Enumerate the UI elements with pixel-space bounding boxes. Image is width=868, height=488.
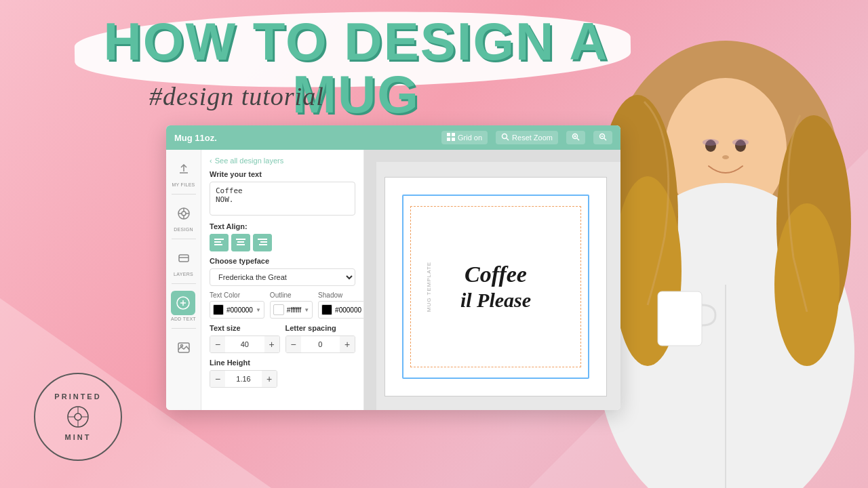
- svg-rect-16: [447, 138, 450, 141]
- design-label: DESIGN: [174, 227, 193, 232]
- text-color-swatch: [213, 304, 224, 315]
- grid-icon: [447, 133, 455, 142]
- editor-header: Mug 11oz. Grid on Reset Zoom: [166, 125, 620, 150]
- sidebar-upload-group: MY FILES: [172, 157, 196, 187]
- sidebar-text-group: ADD TEXT: [171, 291, 196, 321]
- svg-point-6: [774, 203, 840, 366]
- svg-rect-48: [260, 241, 267, 243]
- shadow-color-dropdown[interactable]: #000000 ▼: [318, 301, 364, 319]
- outline-color-dropdown[interactable]: #ffffff ▼: [270, 301, 313, 319]
- reset-zoom-button[interactable]: Reset Zoom: [496, 131, 558, 144]
- svg-rect-15: [452, 133, 455, 136]
- canvas-area[interactable]: MUG TEMPLATE Coffee il Please: [364, 150, 620, 410]
- line-height-decrease[interactable]: −: [210, 371, 225, 387]
- subtitle: #design tutorial: [149, 81, 324, 111]
- text-size-label: Text size: [210, 324, 280, 332]
- shadow-label: Shadow: [318, 291, 364, 299]
- editor-panel: Mug 11oz. Grid on Reset Zoom: [166, 125, 620, 410]
- canvas-inner[interactable]: MUG TEMPLATE Coffee il Please: [384, 177, 607, 396]
- align-left-button[interactable]: [210, 234, 229, 251]
- text-size-increase[interactable]: +: [264, 336, 279, 352]
- grid-toggle-button[interactable]: Grid on: [441, 131, 488, 144]
- svg-rect-47: [258, 239, 267, 240]
- text-size-value: 40: [225, 340, 264, 348]
- text-color-group: Text Color #000000 ▼: [210, 291, 264, 319]
- outline-color-swatch: [273, 304, 284, 315]
- align-right-button[interactable]: [253, 234, 272, 251]
- letter-spacing-stepper: − 0 +: [285, 336, 356, 353]
- typeface-select[interactable]: Fredericka the Great Arial Georgia: [210, 268, 355, 286]
- write-text-label: Write your text: [210, 170, 355, 178]
- sidebar-divider-3: [172, 283, 196, 284]
- outline-label: Outline: [270, 291, 313, 299]
- typeface-label: Choose typeface: [210, 257, 355, 265]
- upload-button[interactable]: [172, 157, 196, 181]
- align-section: Text Align:: [210, 222, 355, 251]
- text-color-value: #000000: [226, 306, 253, 314]
- grid-label: Grid on: [458, 134, 482, 142]
- sidebar-divider-2: [172, 239, 196, 239]
- image-button[interactable]: [172, 336, 196, 360]
- control-panel: ‹ See all design layers Write your text …: [201, 150, 364, 410]
- sidebar-layers-group: LAYERS: [172, 246, 196, 277]
- line-height-value: 1.16: [225, 375, 262, 383]
- letter-spacing-group: Letter spacing − 0 +: [285, 324, 356, 353]
- canvas-text-line1: Coffee: [460, 261, 531, 289]
- sidebar-icons: MY FILES DESIGN: [166, 150, 201, 410]
- add-text-button[interactable]: [171, 291, 195, 315]
- zoom-out-icon: [599, 133, 607, 142]
- align-buttons: [210, 234, 355, 251]
- zoom-out-button[interactable]: [593, 131, 612, 144]
- svg-rect-17: [452, 138, 455, 141]
- line-height-stepper: − 1.16 +: [210, 370, 277, 388]
- outline-color-value: #ffffff: [287, 306, 301, 314]
- product-title: Mug 11oz.: [174, 133, 433, 143]
- editor-body: MY FILES DESIGN: [166, 150, 620, 410]
- layers-button[interactable]: [172, 246, 196, 270]
- letter-spacing-increase[interactable]: +: [340, 336, 355, 352]
- logo-circle: PRINTED MINT: [34, 373, 122, 461]
- zoom-in-icon: [572, 133, 580, 142]
- upload-label: MY FILES: [172, 182, 195, 187]
- text-color-arrow: ▼: [256, 307, 261, 313]
- mug-design-area: MUG TEMPLATE Coffee il Please: [402, 195, 589, 379]
- reset-zoom-label: Reset Zoom: [512, 134, 553, 142]
- ruler-top: [364, 150, 620, 162]
- logo-bottom-text: MINT: [65, 433, 92, 441]
- canvas-text-line2: il Please: [460, 288, 531, 312]
- size-spacing-row: Text size − 40 + Letter spacing − 0 +: [210, 324, 355, 353]
- search-icon: [501, 133, 509, 142]
- svg-rect-49: [259, 244, 267, 245]
- svg-point-40: [180, 345, 182, 347]
- letter-spacing-label: Letter spacing: [285, 324, 356, 332]
- svg-rect-14: [447, 133, 450, 136]
- design-button[interactable]: [172, 201, 196, 226]
- align-center-button[interactable]: [231, 234, 250, 251]
- ruler-side: [364, 150, 376, 410]
- text-color-label: Text Color: [210, 291, 264, 299]
- outline-color-group: Outline #ffffff ▼: [270, 291, 313, 319]
- svg-rect-7: [658, 291, 702, 346]
- back-to-layers-link[interactable]: ‹ See all design layers: [210, 157, 355, 165]
- logo-top-text: PRINTED: [54, 392, 101, 401]
- line-height-row: Line Height − 1.16 +: [210, 359, 355, 388]
- svg-line-21: [577, 138, 579, 140]
- zoom-in-button[interactable]: [566, 131, 585, 144]
- svg-point-18: [502, 134, 507, 139]
- letter-spacing-decrease[interactable]: −: [286, 336, 301, 352]
- svg-rect-41: [214, 239, 224, 240]
- svg-line-25: [604, 138, 606, 140]
- svg-point-11: [732, 139, 749, 146]
- text-size-decrease[interactable]: −: [210, 336, 225, 352]
- text-input[interactable]: Coffee NOW.: [210, 182, 355, 216]
- text-size-group: Text size − 40 +: [210, 324, 280, 353]
- svg-rect-42: [214, 241, 221, 243]
- design-text-box[interactable]: Coffee il Please: [410, 206, 581, 367]
- color-row: Text Color #000000 ▼ Outline #ffffff ▼: [210, 291, 355, 319]
- text-color-dropdown[interactable]: #000000 ▼: [210, 301, 264, 319]
- line-height-increase[interactable]: +: [262, 371, 277, 387]
- svg-point-10: [703, 139, 719, 146]
- add-text-label: ADD TEXT: [171, 317, 196, 321]
- sidebar-design-group: DESIGN: [172, 201, 196, 232]
- logo-icon: [64, 403, 92, 430]
